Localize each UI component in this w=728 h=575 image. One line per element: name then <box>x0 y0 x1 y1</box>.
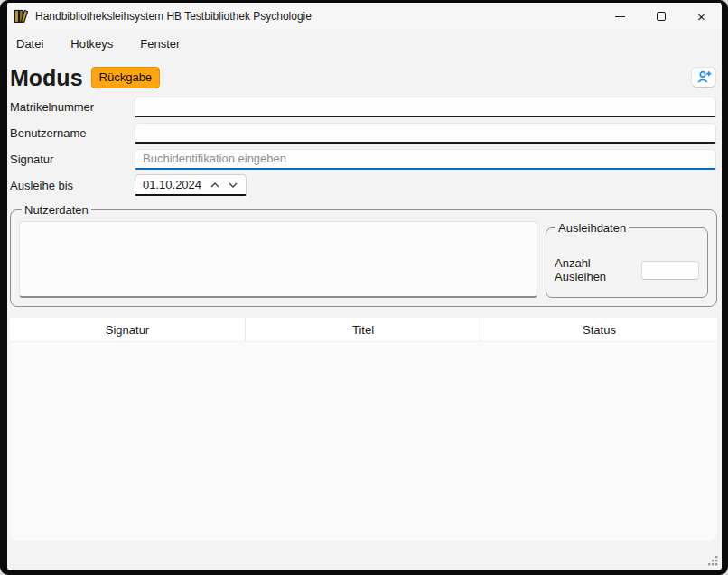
matrikelnummer-input[interactable] <box>135 97 716 117</box>
resize-grip[interactable] <box>707 555 719 567</box>
nutzerdaten-groupbox: Nutzerdaten Ausleihdaten Anzahl Ausleihe… <box>10 203 717 307</box>
table-header: Signatur Titel Status <box>10 318 717 341</box>
signatur-label: Signatur <box>10 153 135 166</box>
spin-down-button[interactable] <box>224 182 242 188</box>
form-row-benutzername: Benutzername <box>10 122 716 144</box>
person-plus-icon <box>696 70 712 84</box>
signatur-input[interactable] <box>135 149 716 170</box>
column-header-status[interactable]: Status <box>481 318 717 341</box>
matrikelnummer-label: Matrikelnummer <box>10 100 135 114</box>
menu-item-hotkeys[interactable]: Hotkeys <box>63 33 120 54</box>
app-window: Handbibliotheksleihsystem HB Testbibliot… <box>0 0 728 575</box>
spin-up-button[interactable] <box>206 182 224 188</box>
form-row-matrikelnummer: Matrikelnummer <box>10 96 716 117</box>
mode-row: Modus Rückgabe <box>7 62 722 93</box>
nutzerdaten-legend: Nutzerdaten <box>22 203 91 217</box>
anzahl-ausleihen-label: Anzahl Ausleihen <box>555 256 641 283</box>
window-controls: × <box>600 3 722 30</box>
minimize-icon <box>615 16 625 17</box>
user-data-textarea[interactable] <box>19 221 537 298</box>
mode-badge[interactable]: Rückgabe <box>91 67 161 88</box>
benutzername-label: Benutzername <box>10 126 135 140</box>
date-spinner[interactable]: 01.10.2024 <box>135 174 247 196</box>
close-icon: × <box>697 10 705 23</box>
ausleihdaten-groupbox: Ausleihdaten Anzahl Ausleihen <box>546 221 708 298</box>
column-header-signatur[interactable]: Signatur <box>10 318 246 341</box>
window-title: Handbibliotheksleihsystem HB Testbibliot… <box>35 10 312 23</box>
maximize-button[interactable] <box>640 3 681 30</box>
add-user-button[interactable] <box>691 67 716 88</box>
form-row-ausleihe-bis: Ausleihe bis 01.10.2024 <box>10 174 716 196</box>
title-bar: Handbibliotheksleihsystem HB Testbibliot… <box>7 3 722 30</box>
results-table: Signatur Titel Status <box>10 318 717 541</box>
menu-bar: Datei Hotkeys Fenster <box>7 30 722 57</box>
nutzerdaten-content: Ausleihdaten Anzahl Ausleihen <box>19 221 708 298</box>
date-value[interactable]: 01.10.2024 <box>143 178 206 191</box>
page-title: Modus <box>10 65 83 91</box>
column-header-titel[interactable]: Titel <box>246 318 481 341</box>
minimize-button[interactable] <box>600 3 640 30</box>
benutzername-input[interactable] <box>135 123 716 144</box>
ausleihe-bis-label: Ausleihe bis <box>10 179 135 192</box>
form-row-signatur: Signatur <box>10 148 716 170</box>
anzahl-row: Anzahl Ausleihen <box>555 256 699 283</box>
maximize-icon <box>657 12 666 21</box>
chevron-up-icon <box>210 182 219 188</box>
menu-item-fenster[interactable]: Fenster <box>133 33 187 54</box>
table-body-empty <box>10 341 717 541</box>
close-button[interactable]: × <box>681 3 722 30</box>
chevron-down-icon <box>229 182 238 188</box>
anzahl-ausleihen-input[interactable] <box>641 261 699 280</box>
menu-item-datei[interactable]: Datei <box>9 33 51 54</box>
ausleihdaten-legend: Ausleihdaten <box>555 221 629 235</box>
books-icon <box>13 9 28 24</box>
form: Matrikelnummer Benutzername Signatur Aus… <box>10 96 716 196</box>
